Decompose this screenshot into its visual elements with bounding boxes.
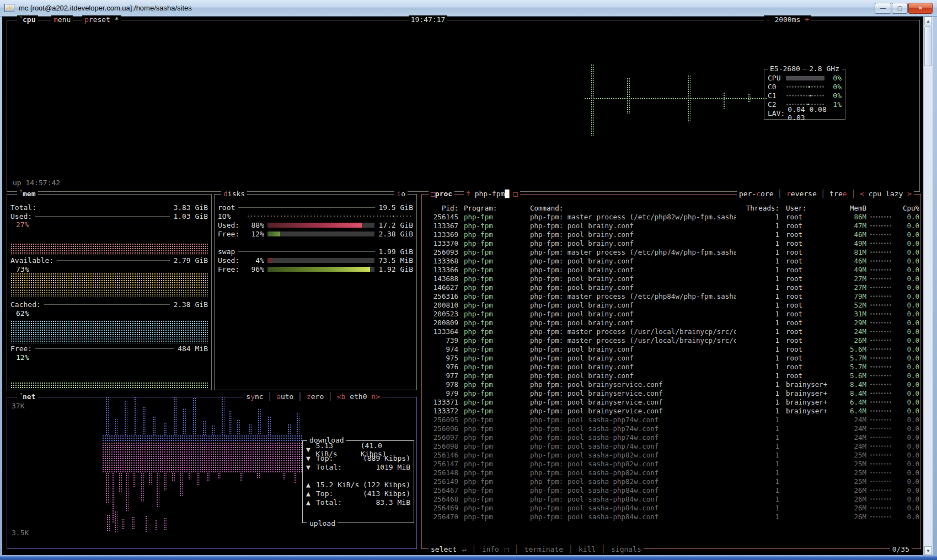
mem-history-sparkline [870,312,892,316]
process-row[interactable]: 133372 php-fpm php-fpm: pool brainyservi… [423,406,919,415]
process-row[interactable]: 256149 php-fpm php-fpm: pool sasha-php82… [423,477,919,486]
mem-free-graph [10,382,208,389]
tab-proc[interactable]: □proc [429,190,454,198]
process-row[interactable]: 256095 php-fpm php-fpm: pool sasha-php74… [423,415,919,424]
scrollbar-thumb[interactable] [924,26,932,66]
graph-dots [294,472,297,483]
process-row[interactable]: 200523 php-fpm php-fpm: pool brainy.conf… [423,309,919,318]
process-row[interactable]: 739 php-fpm php-fpm: master process (/us… [423,336,919,344]
process-row[interactable]: 256316 php-fpm php-fpm: master process (… [423,292,919,300]
process-row[interactable]: 975 php-fpm php-fpm: pool brainy.conf 1 … [423,353,919,362]
graph-dots [174,397,177,435]
process-row[interactable]: 146627 php-fpm php-fpm: pool brainy.conf… [423,283,919,292]
process-row[interactable]: 200809 php-fpm php-fpm: pool brainy.conf… [423,318,919,327]
graph-dots [164,472,167,491]
mem-history-sparkline [870,215,892,219]
mem-available-graph [10,273,208,289]
scroll-up-arrow-icon[interactable]: ▲ [924,17,932,25]
minimize-button[interactable]: — [875,3,891,14]
proc-options: per-core │ reverse │ tree │ < cpu lazy > [737,190,914,198]
graph-dots [145,515,148,532]
window-titlebar[interactable]: ⚡ mc [root@a202.itdeveloper.com.ua]:/hom… [0,0,937,17]
signals-action[interactable]: signals [611,545,641,553]
mem-history-sparkline [870,453,892,457]
graph-dots [106,514,110,531]
mem-history-sparkline [870,347,892,351]
process-row[interactable]: 200810 php-fpm php-fpm: pool brainy.conf… [423,300,919,309]
mem-cached-percent: 62% [16,309,29,317]
process-row[interactable]: 256097 php-fpm php-fpm: pool sasha-php74… [423,433,919,441]
mem-history-sparkline [870,241,892,245]
per-core-toggle[interactable]: per-core [739,190,774,198]
tab-mem[interactable]: ²mem [17,190,38,198]
process-row[interactable]: 256148 php-fpm php-fpm: pool sasha-php82… [423,468,919,477]
cpu-model: E5-2680 [768,64,802,73]
mem-cached-row: Cached:2.38 GiB [10,300,208,309]
disk-root-io-row: IO% [218,212,413,220]
process-row[interactable]: 133371 php-fpm php-fpm: pool brainyservi… [423,397,919,406]
maximize-button[interactable]: ▢ [892,3,908,14]
graph-dots [105,397,109,435]
process-row[interactable]: 979 php-fpm php-fpm: pool brainyservice.… [423,389,919,397]
process-row[interactable]: 256093 php-fpm php-fpm: master process (… [423,247,919,256]
graph-dots [296,413,299,435]
graph-dots [218,472,221,479]
tree-toggle[interactable]: tree [829,190,847,198]
process-row[interactable]: 143688 php-fpm php-fpm: pool brainy.conf… [423,274,919,283]
graph-dots [197,472,200,486]
core1-sparkline [786,94,824,98]
select-action[interactable]: select [431,545,457,553]
app-window: ⚡ mc [root@a202.itdeveloper.com.ua]:/hom… [0,0,937,560]
process-filter[interactable]: f php-fpm█ □ [464,190,520,198]
process-row[interactable]: 133369 php-fpm php-fpm: pool brainy.conf… [423,230,919,239]
process-row[interactable]: 133364 php-fpm php-fpm: master process (… [423,327,919,336]
process-row[interactable]: 133367 php-fpm php-fpm: pool brainy.conf… [423,221,919,230]
process-row[interactable]: 256098 php-fpm php-fpm: pool sasha-php74… [423,441,919,450]
scroll-down-arrow-icon[interactable]: ▼ [924,546,932,555]
graph-dots [122,519,125,530]
process-row[interactable]: 256470 php-fpm php-fpm: pool sasha-php84… [423,512,919,521]
mem-free-percent: 12% [16,353,29,362]
process-row[interactable]: 133370 php-fpm php-fpm: pool brainy.conf… [423,239,919,247]
reverse-toggle[interactable]: reverse [786,190,817,198]
process-row[interactable]: 256469 php-fpm php-fpm: pool sasha-php84… [423,503,919,512]
graph-dots [102,442,303,472]
process-row[interactable]: 256147 php-fpm php-fpm: pool sasha-php82… [423,459,919,468]
swap-used-bar [267,258,374,263]
graph-dots [143,406,146,435]
info-action[interactable]: info [482,545,499,553]
process-row[interactable]: 977 php-fpm php-fpm: pool brainy.conf 1 … [423,371,919,380]
graph-dots [179,472,183,497]
process-row[interactable]: 978 php-fpm php-fpm: pool brainyservice.… [423,380,919,389]
core0-sparkline [786,85,824,89]
process-row[interactable]: 256145 php-fpm php-fpm: master process (… [423,212,919,221]
mem-history-sparkline [870,383,892,386]
load-average-row: LAV: 0.04 0.08 0.03 [768,109,842,117]
io-toggle[interactable]: io [394,190,408,198]
mem-history-sparkline [870,497,892,501]
vertical-scrollbar[interactable]: ▲ ▼ [923,17,933,555]
mem-available-row: Available:2.79 GiB [10,256,208,265]
graph-dots [114,418,117,435]
process-row[interactable]: 256468 php-fpm php-fpm: pool sasha-php84… [423,494,919,503]
mem-history-sparkline [870,418,892,422]
clear-filter-button[interactable]: □ [513,190,518,198]
process-row[interactable]: 256146 php-fpm php-fpm: pool sasha-php82… [423,450,919,459]
graph-dots [237,419,240,435]
graph-dots [102,435,303,442]
process-row[interactable]: 133368 php-fpm php-fpm: pool brainy.conf… [423,256,919,265]
graph-dots [114,511,117,533]
window-border-bottom [0,555,937,560]
close-button[interactable]: ✕ [908,3,933,14]
graph-dots [723,92,726,109]
terminate-action[interactable]: terminate [524,545,563,553]
process-row[interactable]: 133366 php-fpm php-fpm: pool brainy.conf… [423,265,919,274]
process-row[interactable]: 976 php-fpm php-fpm: pool brainy.conf 1 … [423,362,919,371]
kill-action[interactable]: kill [579,545,596,553]
graph-dots [132,516,135,530]
graph-dots [207,472,210,482]
process-row[interactable]: 256096 php-fpm php-fpm: pool sasha-php74… [423,424,919,433]
sort-selector[interactable]: < cpu lazy > [860,190,912,198]
process-row[interactable]: 256467 php-fpm php-fpm: pool sasha-php84… [423,486,919,494]
process-row[interactable]: 974 php-fpm php-fpm: pool brainy.conf 1 … [423,344,919,353]
